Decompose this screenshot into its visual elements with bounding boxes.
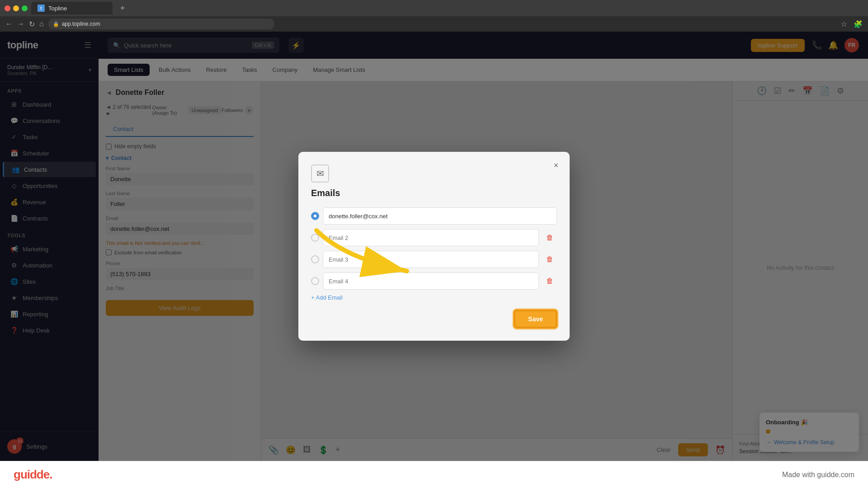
forward-button[interactable]: → [17, 20, 24, 28]
browser-chrome: t Topline + ← → ↻ ⌂ 🔒 app.topline.com ☆ … [0, 0, 868, 32]
tab-title: Topline [48, 5, 67, 12]
email-row-3: 🗑 [311, 251, 557, 268]
save-button[interactable]: Save [514, 310, 557, 328]
email-row-4: 🗑 [311, 272, 557, 290]
close-traffic-light[interactable] [5, 5, 10, 11]
envelope-icon: ✉ [316, 168, 324, 179]
traffic-lights [5, 5, 28, 11]
modal-footer: Save [311, 310, 557, 328]
bookmark-icon[interactable]: ☆ [841, 20, 847, 28]
email-row-1 [311, 207, 557, 225]
guidde-logo: guidde. [14, 468, 52, 482]
guidde-tagline: Made with guidde.com [782, 471, 854, 479]
email-radio-3[interactable] [311, 255, 319, 263]
nav-bar: ← → ↻ ⌂ 🔒 app.topline.com ☆ 🧩 [0, 16, 868, 32]
delete-email-3-button[interactable]: 🗑 [542, 252, 557, 267]
email-input-2[interactable] [323, 229, 539, 246]
modal-email-icon: ✉ [311, 164, 329, 183]
email-radio-4[interactable] [311, 277, 319, 285]
address-bar[interactable]: 🔒 app.topline.com [48, 19, 274, 29]
modal-title: Emails [311, 188, 557, 198]
extensions-icon[interactable]: 🧩 [854, 20, 863, 28]
back-button[interactable]: ← [5, 20, 13, 28]
add-email-button[interactable]: + Add Email [311, 294, 343, 301]
url-text: app.topline.com [62, 21, 100, 27]
modal-close-button[interactable]: × [550, 159, 562, 172]
email-input-3[interactable] [323, 251, 539, 268]
active-browser-tab[interactable]: t Topline [31, 2, 113, 14]
guidde-bar: guidde. Made with guidde.com [0, 461, 868, 488]
home-button[interactable]: ⌂ [39, 20, 44, 28]
new-tab-button[interactable]: + [116, 2, 129, 14]
modal-backdrop[interactable]: × ✉ Emails 🗑 🗑 🗑 + Add Email [0, 32, 868, 461]
tab-bar: t Topline + [0, 0, 868, 16]
email-input-4[interactable] [323, 272, 539, 290]
email-input-1[interactable] [323, 207, 557, 225]
nav-right-icons: ☆ 🧩 [841, 20, 863, 28]
email-row-2: 🗑 [311, 229, 557, 246]
email-radio-2[interactable] [311, 234, 319, 242]
emails-modal: × ✉ Emails 🗑 🗑 🗑 + Add Email [298, 152, 570, 341]
maximize-traffic-light[interactable] [22, 5, 28, 11]
delete-email-2-button[interactable]: 🗑 [542, 230, 557, 245]
lock-icon: 🔒 [53, 21, 59, 27]
email-radio-1[interactable] [311, 212, 319, 220]
tab-favicon: t [38, 5, 45, 12]
reload-button[interactable]: ↻ [29, 20, 35, 28]
delete-email-4-button[interactable]: 🗑 [542, 274, 557, 288]
minimize-traffic-light[interactable] [13, 5, 19, 11]
